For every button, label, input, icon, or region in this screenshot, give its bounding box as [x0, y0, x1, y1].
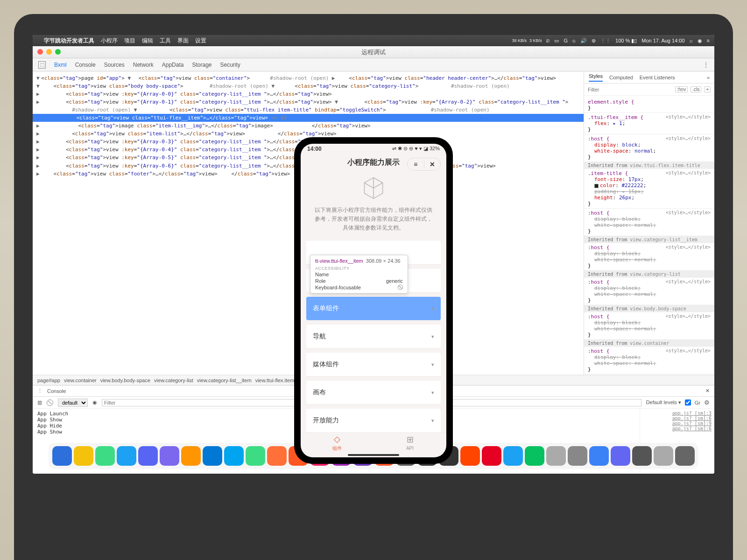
- menu-item[interactable]: 项目: [124, 37, 135, 45]
- wifi-icon[interactable]: ⊚: [592, 38, 596, 44]
- battery-status[interactable]: 100 % ▮▯: [615, 38, 637, 44]
- dock-app-icon[interactable]: [503, 446, 523, 466]
- drawer-more-icon[interactable]: ⋮: [37, 388, 42, 394]
- dock-app-icon[interactable]: [246, 446, 265, 466]
- hov-chip[interactable]: :hov: [675, 86, 688, 92]
- more-icon[interactable]: »: [707, 75, 710, 80]
- console-source-link[interactable]: app.js? [sm]:3: [643, 411, 712, 416]
- dock-app-icon[interactable]: [267, 446, 287, 466]
- tab-storage[interactable]: Storage: [192, 62, 211, 68]
- dom-node-line[interactable]: ▼ <class="tag">view class="ttui-flex ite…: [134, 107, 386, 113]
- console-source-link[interactable]: app.js? [sm]:6: [643, 426, 712, 431]
- styles-tab-computed[interactable]: Computed: [609, 75, 633, 80]
- tab-network[interactable]: Network: [133, 62, 154, 68]
- dom-node-line[interactable]: ▼ <class="tag">view class="container">: [128, 75, 250, 81]
- add-rule-chip[interactable]: +: [704, 86, 711, 92]
- style-rule[interactable]: :host {<style>…</style>display: block;wh…: [584, 134, 714, 162]
- capsule-button[interactable]: ≡ ✕: [407, 158, 441, 171]
- list-item[interactable]: 媒体组件 ▾: [306, 353, 441, 376]
- levels-dropdown[interactable]: Default levels ▾: [646, 399, 681, 406]
- dom-node-line[interactable]: #shadow-root (open): [186, 83, 268, 89]
- tab-bxml[interactable]: Bxml: [54, 62, 67, 68]
- dom-node-line[interactable]: ▶ <class="tag">view :key="{Array-0-0}" c…: [36, 91, 332, 97]
- tab-sources[interactable]: Sources: [104, 62, 125, 68]
- menu-app-name[interactable]: 字节跳动开发者工具: [44, 37, 94, 45]
- menu-tray-icon[interactable]: ⋮⋮: [600, 38, 611, 44]
- dom-node-line[interactable]: <class="tag">view class="ttui-flex__item…: [33, 114, 584, 122]
- volume-icon[interactable]: 🔊: [580, 38, 587, 44]
- tab-console[interactable]: Console: [75, 62, 96, 68]
- dock-app-icon[interactable]: [224, 446, 244, 466]
- menu-item[interactable]: 编辑: [142, 37, 153, 45]
- style-rule[interactable]: element.style {}: [584, 98, 714, 113]
- traffic-lights[interactable]: [37, 49, 61, 55]
- dom-node-line[interactable]: #shadow-root (open): [36, 107, 131, 113]
- settings-icon[interactable]: ⚙: [704, 399, 710, 406]
- dom-node-line[interactable]: ▶ <class="tag">view :key="{Array-0-3}" c…: [36, 139, 332, 145]
- dom-node-line[interactable]: ▶ <class="tag">view :key="{Array-0-6}" c…: [36, 163, 332, 169]
- console-title[interactable]: Console: [47, 388, 66, 394]
- dom-node-line[interactable]: ▶ <class="tag">view class="header header…: [332, 75, 556, 81]
- tab-appdata[interactable]: AppData: [162, 62, 184, 68]
- dock-app-icon[interactable]: [675, 446, 695, 466]
- style-rule[interactable]: .ttui-flex__item {<style>…</style>flex: …: [584, 113, 714, 134]
- menu-item[interactable]: 工具: [160, 37, 171, 45]
- dom-node-line[interactable]: </class="tag">view>: [248, 131, 337, 137]
- clock[interactable]: Mon 17. Aug 14:00: [641, 38, 684, 43]
- breadcrumb-item[interactable]: view.category-list: [154, 378, 193, 383]
- dock-app-icon[interactable]: [632, 446, 652, 466]
- style-rule[interactable]: :host {<style>…</style>display: block;wh…: [584, 312, 714, 340]
- close-drawer-icon[interactable]: ✕: [705, 388, 710, 394]
- dock-app-icon[interactable]: [611, 446, 630, 466]
- style-rule[interactable]: .item-title {<style>…</style>font-size: …: [584, 169, 714, 209]
- dom-node-line[interactable]: ▶ <class="tag">view class="item-list">…<…: [36, 131, 245, 137]
- breadcrumb-item[interactable]: page#app: [37, 378, 60, 383]
- dom-node-line[interactable]: #shadow-root (open): [253, 75, 329, 81]
- dom-node-line[interactable]: ▶ <class="tag">view :key="{Array-0-1}" c…: [36, 99, 332, 105]
- sidebar-toggle-icon[interactable]: ▥: [37, 399, 42, 406]
- dock-app-icon[interactable]: [74, 446, 93, 466]
- list-item[interactable]: 开放能力 ▾: [306, 409, 441, 432]
- dock-app-icon[interactable]: [589, 446, 609, 466]
- control-center-icon[interactable]: ◉: [698, 38, 702, 44]
- more-icon[interactable]: ⋮: [703, 62, 709, 68]
- dom-node-line[interactable]: #shadow-root (open): [422, 83, 510, 89]
- styles-tab-styles[interactable]: Styles: [589, 73, 603, 82]
- dock-app-icon[interactable]: [654, 446, 673, 466]
- tab-api[interactable]: ⊞ API: [374, 433, 446, 453]
- menu-tray-icon[interactable]: ⍉: [572, 38, 576, 43]
- dock-app-icon[interactable]: [52, 446, 72, 466]
- menu-item[interactable]: 界面: [177, 37, 189, 45]
- dom-node-line[interactable]: ▼ <class="tag">view class="category-list…: [272, 83, 419, 89]
- dock-app-icon[interactable]: [525, 446, 544, 466]
- menu-icon[interactable]: ≡: [707, 38, 710, 43]
- list-item[interactable]: 画布 ▾: [306, 381, 441, 404]
- style-rule[interactable]: :host {<style>…</style>display: block;wh…: [584, 347, 714, 374]
- dom-node-line[interactable]: ▼ <class="tag">view :key="{Array-0-2}" c…: [335, 99, 568, 105]
- dock-app-icon[interactable]: [95, 446, 115, 466]
- menu-tray-icon[interactable]: G: [564, 38, 568, 43]
- breadcrumb-item[interactable]: view.category-list__item: [197, 378, 252, 383]
- dom-node-line[interactable]: #shadow-root (open): [389, 107, 489, 113]
- list-item-highlighted[interactable]: 表单组件 ▾: [306, 297, 441, 320]
- close-button[interactable]: [37, 49, 43, 55]
- console-source-link[interactable]: app.js? [sm]:6: [643, 416, 712, 421]
- console-source-link[interactable]: app.js? [sm]:9: [643, 421, 712, 426]
- clear-console-icon[interactable]: [47, 399, 53, 406]
- dock-app-icon[interactable]: [203, 446, 222, 466]
- dom-node-line[interactable]: ▶ <class="tag">view class="footer">…</cl…: [36, 171, 218, 177]
- tab-components[interactable]: ◇ 组件: [301, 433, 374, 453]
- style-rule[interactable]: :host {<style>…</style>display: block;wh…: [584, 209, 714, 236]
- gesture-bar[interactable]: [301, 453, 446, 457]
- breadcrumb-item[interactable]: view.container: [64, 378, 97, 383]
- group-checkbox[interactable]: [685, 399, 691, 406]
- list-item[interactable]: 导航 ▾: [306, 325, 441, 348]
- dom-node-line[interactable]: ▶ <class="tag">view :key="{Array-0-4}" c…: [36, 147, 332, 153]
- breadcrumb-item[interactable]: view.body.body-space: [100, 378, 150, 383]
- capsule-menu-icon[interactable]: ≡: [408, 161, 424, 168]
- minimize-button[interactable]: [46, 49, 52, 55]
- capsule-close-icon[interactable]: ✕: [424, 161, 441, 168]
- dock-app-icon[interactable]: [546, 446, 566, 466]
- dock-app-icon[interactable]: [117, 446, 136, 466]
- dock-app-icon[interactable]: [181, 446, 201, 466]
